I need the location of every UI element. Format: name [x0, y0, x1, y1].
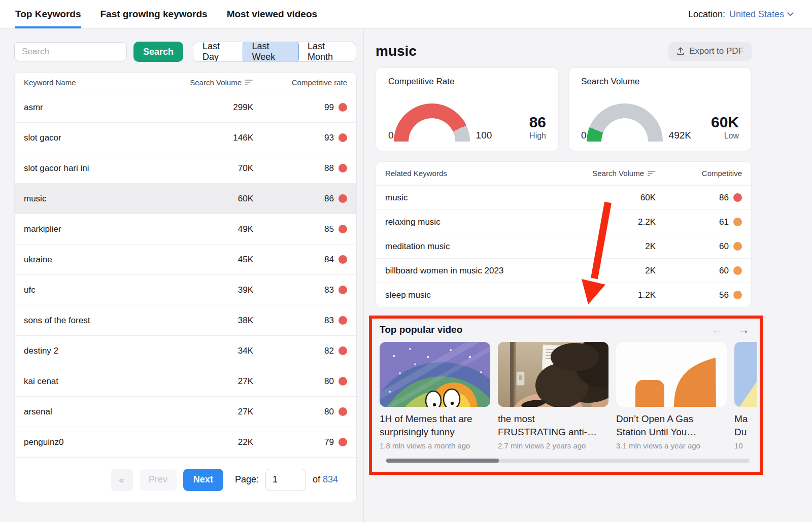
- volume-cell: 2K: [564, 241, 656, 252]
- nav-tabs: Top Keywords Fast growing keywords Most …: [15, 0, 317, 28]
- table-header-row: Keyword Name Search Volume Competitive r…: [15, 73, 356, 92]
- table-row[interactable]: slot gacor hari ini 70K 88: [15, 153, 356, 183]
- pagination-bar: « Prev Next Page: of 834: [15, 457, 356, 502]
- keyword-cell: billboard women in music 2023: [385, 266, 564, 276]
- video-card[interactable]: the mostFRUSTRATING anti-… 2.7 mln views…: [498, 342, 608, 450]
- carousel-prev-icon[interactable]: ←: [711, 324, 723, 336]
- related-row[interactable]: sleep music 1.2K 56: [376, 283, 751, 307]
- gauge-title: Search Volume: [581, 77, 739, 87]
- rate-dot: [339, 225, 347, 233]
- prev-page-button[interactable]: Prev: [140, 469, 177, 491]
- section-title: Top popular video: [380, 324, 462, 335]
- rate-dot: [339, 438, 347, 446]
- search-input[interactable]: [14, 42, 127, 61]
- search-button[interactable]: Search: [133, 42, 183, 62]
- gauge-max: 100: [476, 130, 492, 142]
- sort-icon[interactable]: [245, 80, 253, 85]
- page-number-input[interactable]: [265, 469, 306, 491]
- video-title: 1H of Memes that aresurprisingly funny: [380, 412, 490, 439]
- rate-dot: [339, 255, 347, 264]
- export-label: Export to PDF: [689, 46, 743, 56]
- rate-dot: [733, 291, 742, 299]
- video-card[interactable]: 1H of Memes that aresurprisingly funny 1…: [380, 342, 490, 450]
- table-row[interactable]: penguinz0 22K 79: [15, 427, 356, 457]
- video-title: MaDu: [734, 412, 757, 439]
- related-row[interactable]: billboard women in music 2023 2K 60: [376, 258, 751, 283]
- table-row[interactable]: kai cenat 27K 80: [15, 366, 356, 396]
- rate-cell: 99: [253, 102, 347, 113]
- period-last-day[interactable]: Last Day: [193, 42, 243, 61]
- table-controls: Search Last Day Last Week Last Month: [14, 42, 356, 62]
- carousel-scrollbar-track[interactable]: [386, 459, 750, 463]
- keyword-cell: sons of the forest: [24, 316, 167, 326]
- volume-cell: 2.2K: [564, 217, 656, 227]
- next-page-button[interactable]: Next: [183, 469, 223, 491]
- period-toggle-group: Last Day Last Week Last Month: [193, 42, 356, 62]
- volume-cell: 38K: [167, 316, 253, 326]
- related-keywords-table: Related Keywords Search Volume Competiti…: [376, 161, 752, 307]
- table-row[interactable]: markiplier 49K 85: [15, 214, 356, 244]
- export-pdf-button[interactable]: Export to PDF: [668, 42, 752, 61]
- table-row[interactable]: destiny 2 34K 82: [15, 335, 356, 366]
- carousel-next-icon[interactable]: →: [737, 324, 750, 336]
- header-search-volume[interactable]: Search Volume: [167, 78, 253, 87]
- tab-top-keywords[interactable]: Top Keywords: [15, 0, 81, 28]
- tab-fast-growing-keywords[interactable]: Fast growing keywords: [100, 0, 208, 28]
- gauge-title: Competitive Rate: [388, 77, 546, 87]
- gauge-level: High: [529, 131, 546, 141]
- keyword-cell: penguinz0: [24, 437, 167, 447]
- rate-value: 83: [324, 316, 334, 326]
- competitive-rate-card: Competitive Rate 0 100 86 High: [376, 67, 559, 151]
- table-row[interactable]: ufc 39K 83: [15, 274, 356, 305]
- video-thumbnail-orange-shapes: [616, 342, 727, 407]
- volume-cell: 70K: [167, 163, 253, 173]
- gauge-level: Low: [711, 131, 739, 141]
- carousel-scrollbar-thumb[interactable]: [386, 459, 499, 463]
- period-last-month[interactable]: Last Month: [298, 42, 356, 61]
- keyword-cell: music: [24, 194, 167, 204]
- rate-dot: [339, 133, 347, 142]
- rate-dot: [733, 193, 742, 202]
- volume-cell: 299K: [167, 102, 253, 113]
- video-card[interactable]: Don’t Open A GasStation Until You… 3.1 m…: [616, 342, 727, 450]
- header-related-keywords: Related Keywords: [385, 169, 564, 178]
- first-page-button[interactable]: «: [111, 469, 133, 491]
- total-pages-link[interactable]: 834: [323, 474, 338, 484]
- volume-cell: 2K: [564, 266, 656, 276]
- rate-cell: 83: [253, 285, 347, 295]
- detail-header: music Export to PDF: [376, 42, 752, 61]
- header-search-volume[interactable]: Search Volume: [564, 169, 656, 178]
- location-dropdown[interactable]: United States: [729, 9, 794, 20]
- related-row[interactable]: music 60K 86: [376, 185, 751, 210]
- table-row[interactable]: ukraine 45K 84: [15, 244, 356, 274]
- tab-most-viewed-videos[interactable]: Most viewed videos: [227, 0, 317, 28]
- rate-cell: 60: [656, 266, 742, 276]
- volume-cell: 22K: [167, 437, 253, 447]
- rate-cell: 88: [253, 163, 347, 173]
- rate-cell: 80: [253, 407, 347, 417]
- table-row[interactable]: asmr 299K 99: [15, 92, 356, 122]
- period-last-week[interactable]: Last Week: [243, 42, 299, 62]
- table-row[interactable]: slot gacor 146K 93: [15, 122, 356, 153]
- gauge-min: 0: [388, 130, 394, 142]
- volume-cell: 39K: [167, 285, 253, 295]
- rate-value: 80: [324, 407, 334, 417]
- related-row[interactable]: meditation music 2K 60: [376, 234, 751, 258]
- rate-value: 93: [324, 133, 334, 143]
- rate-cell: 84: [253, 255, 347, 265]
- keyword-cell: slot gacor hari ini: [24, 163, 167, 173]
- rate-dot: [733, 242, 742, 251]
- search-volume-card: Search Volume 0 492K 60K Low: [568, 67, 752, 151]
- rate-value: 86: [324, 194, 334, 204]
- video-card[interactable]: MaDu 10: [734, 342, 757, 450]
- sort-icon[interactable]: [648, 171, 656, 176]
- rate-cell: 80: [253, 376, 347, 387]
- rate-value: 82: [324, 346, 334, 356]
- related-row[interactable]: relaxing music 2.2K 61: [376, 210, 751, 234]
- table-row-selected[interactable]: music 60K 86: [15, 183, 356, 214]
- rate-cell: 56: [656, 290, 742, 300]
- table-row[interactable]: sons of the forest 38K 83: [15, 305, 356, 335]
- table-row[interactable]: arsenal 27K 80: [15, 396, 356, 427]
- header-competitive-rate: Competitive rate: [253, 78, 347, 87]
- video-views: 3.1 mln views a year ago: [616, 441, 727, 450]
